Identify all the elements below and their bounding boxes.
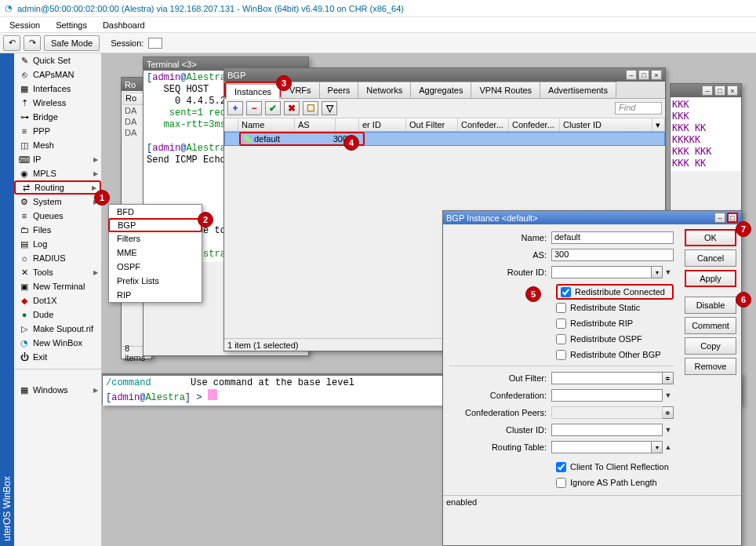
- minimize-button[interactable]: –: [626, 70, 637, 80]
- sidebar-item-radius[interactable]: ☼RADIUS: [14, 251, 101, 265]
- confederation-expand[interactable]: ▼: [663, 389, 674, 402]
- sidebar-item-ppp[interactable]: ≡PPP: [14, 124, 101, 138]
- terminal-secondary-window[interactable]: – □ × KKK KKK KKK KK KKKKK KKK KKK KKK K…: [670, 83, 742, 224]
- confederation-peers-input[interactable]: [551, 406, 663, 419]
- submenu-item-rip[interactable]: RIP: [109, 288, 202, 302]
- sidebar-item-dude[interactable]: ●Dude: [14, 308, 101, 322]
- comment-button[interactable]: ☐: [303, 101, 318, 115]
- redistribute-ospf-checkbox[interactable]: [556, 334, 566, 344]
- menu-dashboard[interactable]: Dashboard: [95, 19, 153, 31]
- sidebar-item-windows[interactable]: ▦Windows▶: [14, 383, 101, 397]
- out-filter-dropdown[interactable]: ≑: [663, 372, 674, 384]
- ok-button[interactable]: OK: [685, 229, 736, 246]
- filter-button[interactable]: ▽: [322, 101, 337, 115]
- col-as[interactable]: AS: [295, 118, 336, 131]
- redistribute-static-checkbox[interactable]: [556, 303, 566, 313]
- cancel-button[interactable]: Cancel: [685, 249, 736, 267]
- sidebar-item-mesh[interactable]: ◫Mesh: [14, 138, 101, 152]
- sidebar-item-ip[interactable]: 255IP▶: [14, 152, 101, 166]
- sidebar-item-queues[interactable]: ≡Queues: [14, 209, 101, 223]
- out-filter-input[interactable]: [551, 372, 663, 384]
- copy-button[interactable]: Copy: [685, 337, 736, 355]
- sidebar-item-new-terminal[interactable]: ▣New Terminal: [14, 279, 101, 293]
- close-button[interactable]: □: [727, 213, 738, 223]
- bgp-tab-peers[interactable]: Peers: [319, 82, 359, 98]
- redistribute-other-checkbox[interactable]: [556, 350, 566, 360]
- sidebar-item-bridge[interactable]: ⊶Bridge: [14, 110, 101, 124]
- bgp-status: 1 item (1 selected): [227, 340, 298, 350]
- disable-button[interactable]: ✖: [284, 101, 300, 115]
- close-button[interactable]: ×: [651, 70, 662, 80]
- sidebar-item-mpls[interactable]: ◉MPLS▶: [14, 166, 101, 180]
- bgp-tab-aggregates[interactable]: Aggregates: [410, 82, 471, 98]
- submenu-item-ospf[interactable]: OSPF: [109, 260, 202, 274]
- router-id-input[interactable]: [551, 266, 652, 278]
- redistribute-connected-checkbox[interactable]: [561, 287, 571, 297]
- ignore-as-path-checkbox[interactable]: [556, 478, 566, 488]
- maximize-button[interactable]: □: [638, 70, 649, 80]
- as-input[interactable]: 300: [551, 249, 674, 261]
- bgp-tab-instances[interactable]: Instances: [226, 84, 280, 99]
- bgp-tab-vpn4[interactable]: VPN4 Routes: [471, 82, 540, 98]
- submenu-item-bgp[interactable]: BGP: [108, 218, 202, 232]
- bgp-table-row-default[interactable]: default 300: [224, 132, 665, 146]
- submenu-item-mme[interactable]: MME: [109, 246, 202, 260]
- name-input[interactable]: default: [551, 231, 674, 244]
- safe-mode-button[interactable]: Safe Mode: [44, 35, 100, 51]
- forward-button[interactable]: ↷: [24, 35, 41, 51]
- remove-button[interactable]: −: [246, 101, 262, 115]
- label-confed: Confederation:: [449, 391, 551, 400]
- add-button[interactable]: +: [227, 101, 243, 115]
- col-name[interactable]: Name: [238, 118, 295, 131]
- menu-settings[interactable]: Settings: [48, 19, 95, 31]
- sidebar-item-quickset[interactable]: ✎Quick Set: [14, 53, 101, 67]
- radius-icon: ☼: [19, 253, 30, 263]
- submenu-item-filters[interactable]: Filters: [109, 231, 202, 246]
- confederation-input[interactable]: [551, 389, 663, 402]
- bgp-instance-dialog[interactable]: BGP Instance <default> – □ Name: default…: [442, 210, 742, 546]
- comment-button[interactable]: Comment: [685, 317, 736, 334]
- cluster-id-input[interactable]: [551, 424, 663, 436]
- cluster-id-expand[interactable]: ▼: [663, 424, 674, 436]
- routing-table-input[interactable]: [551, 441, 652, 453]
- routing-table-expand[interactable]: ▲: [663, 441, 674, 453]
- sidebar-item-system[interactable]: ⚙System▶: [14, 195, 101, 209]
- minimize-button[interactable]: –: [702, 86, 713, 96]
- sidebar-item-exit[interactable]: ⏻Exit: [14, 350, 101, 364]
- sidebar-item-interfaces[interactable]: ▦Interfaces: [14, 82, 101, 96]
- bgp-tab-adv[interactable]: Advertisements: [540, 82, 616, 98]
- enable-button[interactable]: ✔: [265, 101, 281, 115]
- submenu-item-bfd[interactable]: BFD: [109, 205, 202, 219]
- minimize-button[interactable]: –: [714, 213, 725, 223]
- submenu-item-prefix-lists[interactable]: Prefix Lists: [109, 274, 202, 288]
- callout-7: 7: [736, 221, 751, 237]
- maximize-button[interactable]: □: [714, 86, 725, 96]
- sidebar-item-new-winbox[interactable]: ◔New WinBox: [14, 336, 101, 350]
- router-id-expand[interactable]: ▼: [663, 266, 674, 278]
- sidebar-item-wireless[interactable]: ⇡Wireless: [14, 96, 101, 110]
- remove-button[interactable]: Remove: [685, 358, 736, 375]
- confederation-peers-dropdown[interactable]: ≑: [663, 406, 674, 419]
- sidebar-item-capsman[interactable]: ⎋CAPsMAN: [14, 67, 101, 82]
- router-id-dropdown[interactable]: ▾: [652, 266, 663, 278]
- terminal-cursor: [208, 389, 217, 400]
- sidebar-item-routing[interactable]: ⇄Routing▶: [14, 180, 101, 195]
- bgp-tab-networks[interactable]: Networks: [358, 82, 411, 98]
- find-input[interactable]: Find: [615, 102, 662, 115]
- apply-button[interactable]: Apply: [685, 270, 736, 287]
- client-to-client-checkbox[interactable]: [556, 462, 566, 472]
- close-button[interactable]: ×: [727, 86, 738, 96]
- sidebar-item-files[interactable]: 🗀Files: [14, 223, 101, 237]
- sidebar-item-dot1x[interactable]: ◆Dot1X: [14, 293, 101, 308]
- routing-table-dropdown[interactable]: ▾: [652, 441, 663, 453]
- sidebar-item-tools[interactable]: ✕Tools▶: [14, 265, 101, 279]
- disable-button[interactable]: Disable: [685, 297, 736, 314]
- titlebar: ◔ admin@50:00:00:02:00:00 (Alestra) via …: [0, 0, 756, 17]
- sidebar-item-log[interactable]: ▤Log: [14, 237, 101, 251]
- chevron-right-icon: ▶: [93, 170, 98, 177]
- interfaces-icon: ▦: [19, 84, 30, 94]
- menu-session[interactable]: Session: [2, 19, 48, 31]
- back-button[interactable]: ↶: [3, 35, 20, 51]
- sidebar-item-supout[interactable]: ▷Make Supout.rif: [14, 322, 101, 336]
- redistribute-rip-checkbox[interactable]: [556, 318, 566, 329]
